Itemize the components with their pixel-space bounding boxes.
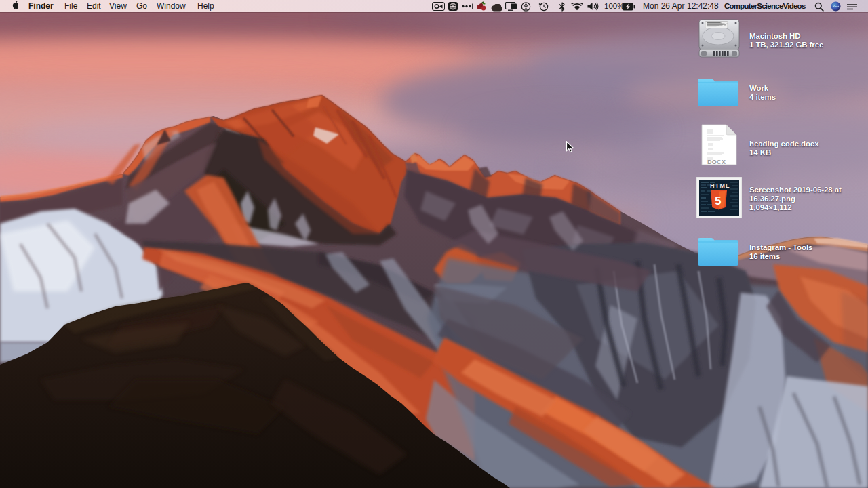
- svg-text:DOCX: DOCX: [707, 159, 726, 165]
- svg-text:HTML: HTML: [710, 182, 730, 189]
- svg-text:5: 5: [715, 195, 721, 207]
